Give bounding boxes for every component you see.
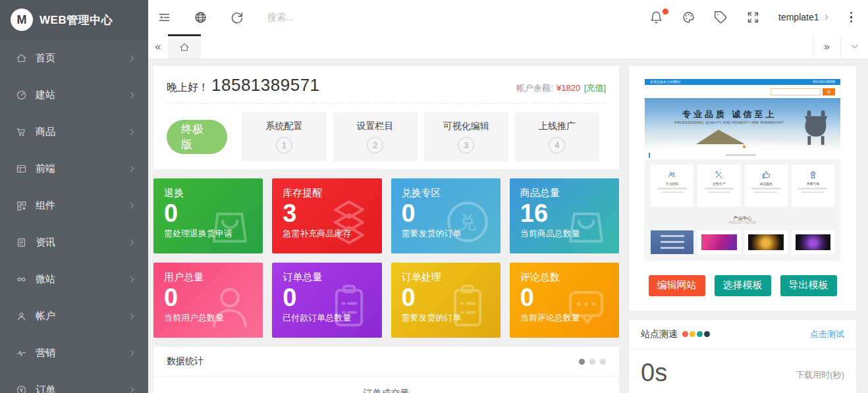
main-area: template1 « » 晚上好！ 18581389571 帐户余额:: [148, 0, 868, 393]
sidebar-item-frontend[interactable]: 前端: [0, 150, 148, 187]
template-selector[interactable]: template1: [778, 12, 830, 22]
stat-card-comment-total[interactable]: 评论总数 0 当前评论总数量: [510, 263, 619, 338]
sidebar-item-news[interactable]: 资讯: [0, 224, 148, 261]
sidebar: M WEB管理中心 首页 建站 商品 前端 组件: [0, 0, 148, 393]
tab-home[interactable]: [168, 34, 201, 59]
feature-card-quality: 质量可靠: [792, 165, 834, 207]
feature-card-team: 专业团队: [651, 165, 693, 207]
clipboard-icon: [441, 280, 494, 332]
app-logo: M WEB管理中心: [0, 0, 148, 39]
carousel-dot[interactable]: [600, 359, 606, 365]
stat-card-order-total[interactable]: 订单总量 0 已付款订单总数量: [272, 263, 381, 338]
preview-welcome-text: 欢迎光临本公司网站!: [650, 80, 680, 84]
chevron-right-icon: [128, 312, 136, 321]
greeting-card: 晚上好！ 18581389571 帐户余额: ¥1820 [充值] 终极版 系统…: [153, 66, 619, 169]
exchange-circle-icon: 兑: [441, 196, 494, 248]
step-set-columns[interactable]: 设置栏目 2: [333, 113, 418, 161]
chevron-right-icon: [128, 275, 136, 284]
notifications-bell-icon[interactable]: [649, 11, 663, 24]
greeting-text: 晚上好！: [167, 81, 209, 95]
stats-row-2: 用户总量 0 当前用户总数量 订单总量 0 已付款订单总数量 订单处理 0 需要…: [153, 263, 619, 338]
toolbar-right-cluster: template1: [649, 11, 854, 24]
news-icon: [16, 237, 27, 248]
app-title: WEB管理中心: [40, 13, 113, 28]
fullscreen-icon[interactable]: [746, 11, 760, 24]
tag-icon[interactable]: [714, 11, 728, 24]
step-go-live[interactable]: 上线推广 4: [515, 113, 599, 161]
tabs-scroll-right-icon[interactable]: »: [813, 34, 840, 59]
theme-palette-icon[interactable]: [682, 11, 695, 24]
user-icon: [16, 311, 27, 322]
stat-card-exchange-zone[interactable]: 兑换专区 0 需要发货的订单 兑: [391, 178, 501, 253]
speed-dot: [697, 331, 703, 337]
preview-section-title: 产品中心: [645, 216, 840, 221]
carousel-dot[interactable]: [579, 359, 585, 365]
step-visual-edit[interactable]: 可视化编辑 3: [424, 113, 508, 161]
stat-card-user-total[interactable]: 用户总量 0 当前用户总数量: [153, 263, 263, 338]
stat-card-returns[interactable]: 退换 0 需处理退换货申请: [153, 178, 263, 253]
magnifier-icon: [827, 90, 830, 93]
sidebar-item-account[interactable]: 帐户: [0, 298, 148, 334]
sidebar-item-components[interactable]: 组件: [0, 187, 148, 224]
website-template-preview[interactable]: 欢迎光临本公司网站! 400-600-88888 专业品质 诚信至上 PROFE…: [645, 79, 840, 261]
sidebar-item-home[interactable]: 首页: [0, 39, 148, 76]
content-area: 晚上好！ 18581389571 帐户余额: ¥1820 [充值] 终极版 系统…: [148, 59, 868, 393]
preview-phone-text: 400-600-88888: [813, 80, 835, 84]
preview-search-button: [823, 88, 835, 95]
sidebar-item-microsite[interactable]: 微站: [0, 261, 148, 298]
shopping-bag-icon: [203, 196, 256, 248]
preview-nav: [645, 85, 840, 98]
stat-card-product-total[interactable]: 商品总量 16 当前商品总数量: [510, 178, 619, 253]
svg-text:兑: 兑: [458, 212, 476, 232]
dashed-divider: [167, 103, 606, 104]
feature-card-service: 诚信服务: [745, 165, 788, 207]
download-time-label: 下载用时(秒): [796, 369, 844, 381]
product-menu-tile: [651, 230, 693, 254]
speed-status-dots: [682, 331, 710, 337]
choose-template-button[interactable]: 选择模板: [715, 275, 771, 296]
person-icon: [203, 280, 256, 332]
template-buttons: 编辑网站 选择模板 导出模板: [645, 275, 840, 296]
more-options-kebab-icon[interactable]: [849, 11, 854, 24]
tabs-scroll-left-icon[interactable]: «: [148, 34, 168, 59]
stat-card-order-processing[interactable]: 订单处理 0 需要发货的订单: [391, 263, 501, 338]
account-number: 18581389571: [211, 75, 320, 95]
search-input[interactable]: [267, 12, 412, 22]
step-system-config[interactable]: 系统配置 1: [242, 113, 326, 161]
speed-dot: [704, 331, 710, 337]
stat-card-stock-alert[interactable]: 库存提醒 3 急需补充商品库存: [272, 178, 381, 253]
sidebar-item-marketing[interactable]: 营销: [0, 334, 148, 371]
collapse-sidebar-icon[interactable]: [157, 11, 171, 24]
data-statistics-card: 数据统计 订单成交量: [153, 347, 619, 393]
recharge-link[interactable]: [充值]: [584, 83, 606, 93]
sidebar-item-site-build[interactable]: 建站: [0, 76, 148, 113]
chevron-right-icon: [128, 91, 136, 99]
hero-title: 专业品质 诚信至上: [645, 109, 814, 120]
shopping-bag-icon: [560, 196, 612, 248]
language-globe-icon[interactable]: [194, 11, 207, 24]
version-badge[interactable]: 终极版: [167, 120, 227, 154]
carousel-dot[interactable]: [589, 359, 595, 365]
edit-website-button[interactable]: 编辑网站: [649, 275, 705, 296]
tabs-menu-chevron-icon[interactable]: [840, 34, 868, 59]
chart-title: 订单成交量: [153, 377, 619, 393]
chevron-right-icon: [128, 128, 136, 136]
site-speed-card: 站点测速 点击测试 0s 下载用时(秒): [629, 320, 856, 393]
team-icon: [667, 170, 677, 180]
run-speed-test-link[interactable]: 点击测试: [810, 328, 844, 340]
preview-search-box: [771, 88, 821, 95]
step-number: 4: [549, 137, 565, 153]
home-icon: [16, 53, 27, 64]
preview-hero-banner: 专业品质 诚信至上 PROFESSIONAL QUALITY AND HONES…: [645, 98, 840, 151]
medal-icon: [808, 170, 818, 180]
export-template-button[interactable]: 导出模板: [780, 275, 837, 296]
chevron-right-icon: [128, 238, 136, 247]
cart-icon: [16, 126, 27, 138]
hero-subtitle: PROFESSIONAL QUALITY AND HONESTY ARE PAR…: [645, 120, 814, 124]
sidebar-item-orders[interactable]: 订单: [0, 371, 148, 393]
mountain-graphic: [696, 130, 745, 144]
refresh-icon[interactable]: [230, 11, 244, 24]
sidebar-item-products[interactable]: 商品: [0, 113, 148, 150]
left-column: 晚上好！ 18581389571 帐户余额: ¥1820 [充值] 终极版 系统…: [153, 66, 619, 393]
order-icon: [16, 384, 27, 393]
